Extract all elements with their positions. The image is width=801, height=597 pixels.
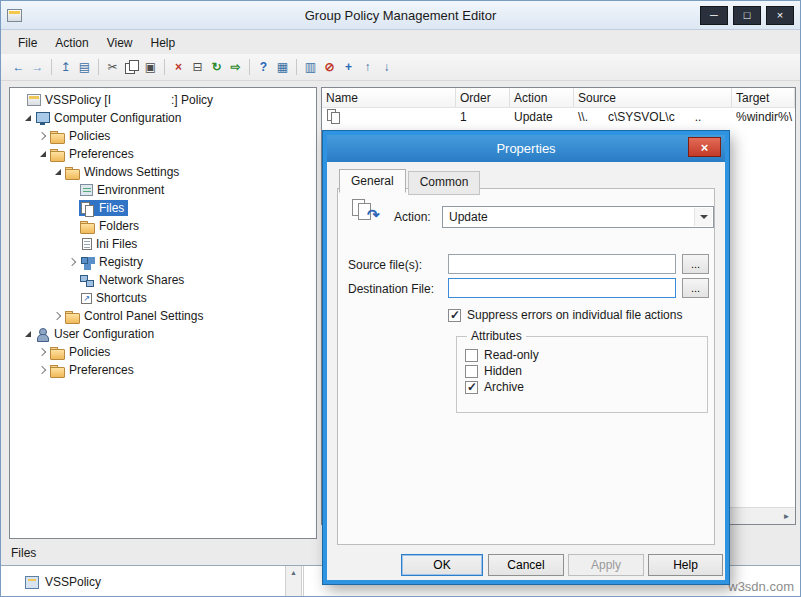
tree-item-label: Policies bbox=[69, 345, 110, 359]
list-view-icon[interactable]: ▦ bbox=[275, 58, 290, 76]
suppress-errors-checkbox[interactable] bbox=[448, 309, 461, 322]
tree-item-policies-user[interactable]: Policies bbox=[10, 343, 316, 361]
tree-item-vsspolicy-gpmc[interactable]: VSSPolicy bbox=[25, 575, 101, 589]
read-only-checkbox[interactable] bbox=[465, 349, 478, 362]
destination-file-input[interactable]: %windir%\system32\ bbox=[448, 278, 676, 298]
dialog-close-button[interactable]: × bbox=[688, 137, 721, 157]
column-header-name[interactable]: Name bbox=[322, 88, 456, 107]
suppress-errors-label: Suppress errors on individual file actio… bbox=[467, 308, 682, 322]
list-row-vshadow[interactable]: 1 Update \\. c\SYSVOL\c .. %windir%\ bbox=[322, 108, 795, 126]
archive-checkbox[interactable] bbox=[465, 381, 478, 394]
add-icon[interactable]: + bbox=[341, 58, 356, 76]
expander-closed-icon[interactable] bbox=[67, 256, 79, 268]
toolbar-separator bbox=[164, 59, 165, 75]
expander-open-icon[interactable] bbox=[37, 148, 49, 160]
tree-item-preferences-user[interactable]: Preferences bbox=[10, 361, 316, 379]
tab-common[interactable]: Common bbox=[408, 171, 481, 195]
tree-item-user-configuration[interactable]: User Configuration bbox=[10, 325, 316, 343]
destination-browse-button[interactable]: ... bbox=[682, 278, 709, 298]
tree-item-policies-computer[interactable]: Policies bbox=[10, 127, 316, 145]
tree-item-shortcuts[interactable]: Shortcuts bbox=[10, 289, 316, 307]
menu-action[interactable]: Action bbox=[46, 33, 97, 53]
expander-closed-icon[interactable] bbox=[52, 310, 64, 322]
gpo-icon bbox=[25, 576, 39, 589]
tree-item-control-panel-settings[interactable]: Control Panel Settings bbox=[10, 307, 316, 325]
folder-icon bbox=[50, 364, 65, 377]
tree-item-folders[interactable]: Folders bbox=[10, 217, 316, 235]
expander-open-icon[interactable] bbox=[22, 112, 34, 124]
group-policy-editor-window: Group Policy Management Editor ─ □ × Fil… bbox=[0, 0, 801, 597]
expander-open-icon[interactable] bbox=[52, 166, 64, 178]
expander-closed-icon[interactable] bbox=[37, 130, 49, 142]
column-header-order[interactable]: Order bbox=[456, 88, 510, 107]
export-list-icon[interactable]: ⇨ bbox=[228, 58, 243, 76]
expander-closed-icon[interactable] bbox=[37, 364, 49, 376]
cut-icon[interactable]: ✂ bbox=[105, 58, 120, 76]
properties-dialog: Properties × General Common ↷ Action: Up… bbox=[323, 131, 729, 584]
refresh-icon[interactable]: ↻ bbox=[209, 58, 224, 76]
tree-item-environment[interactable]: Environment bbox=[10, 181, 316, 199]
tree-item-vsspolicy-root[interactable]: VSSPolicy [I :] Policy bbox=[10, 91, 316, 109]
combo-dropdown-button[interactable] bbox=[694, 208, 712, 226]
move-up-icon[interactable]: ↑ bbox=[360, 58, 375, 76]
expander-spacer bbox=[67, 238, 79, 250]
close-button[interactable]: × bbox=[766, 6, 794, 25]
forward-icon[interactable]: → bbox=[30, 58, 45, 76]
action-label: Action: bbox=[394, 210, 431, 224]
up-one-level-icon[interactable]: ↥ bbox=[58, 58, 73, 76]
action-combobox[interactable]: Update bbox=[442, 206, 714, 228]
column-header-target[interactable]: Target bbox=[732, 88, 795, 107]
attribute-row: Hidden bbox=[465, 363, 699, 379]
apply-button[interactable]: Apply bbox=[568, 554, 644, 576]
paste-icon[interactable]: ▣ bbox=[143, 58, 158, 76]
print-icon[interactable]: ⊟ bbox=[190, 58, 205, 76]
column-header-source[interactable]: Source bbox=[574, 88, 732, 107]
tree-item-windows-settings[interactable]: Windows Settings bbox=[10, 163, 316, 181]
source-file-input[interactable]: c\SYSVOL\o c\scripts\vshadow.exe bbox=[448, 254, 676, 274]
tree-item-computer-configuration[interactable]: Computer Configuration bbox=[10, 109, 316, 127]
tree-item-label: Windows Settings bbox=[84, 165, 179, 179]
help-button[interactable]: Help bbox=[648, 554, 723, 576]
tree-item-preferences-computer[interactable]: Preferences bbox=[10, 145, 316, 163]
hidden-checkbox[interactable] bbox=[465, 365, 478, 378]
report-icon[interactable]: ▥ bbox=[303, 58, 318, 76]
minimize-button[interactable]: ─ bbox=[700, 6, 728, 25]
tree-item-label: Preferences bbox=[69, 147, 134, 161]
back-icon[interactable]: ← bbox=[11, 58, 26, 76]
show-console-tree-icon[interactable]: ▤ bbox=[77, 58, 92, 76]
scroll-right-button[interactable]: ► bbox=[778, 508, 795, 524]
menu-file[interactable]: File bbox=[9, 33, 46, 53]
tree-item-label: Network Shares bbox=[99, 273, 184, 287]
cell-target: %windir%\ bbox=[732, 110, 796, 124]
menu-help[interactable]: Help bbox=[142, 33, 185, 53]
tree-item-ini-files[interactable]: Ini Files bbox=[10, 235, 316, 253]
tree-item-label: Files bbox=[99, 201, 124, 215]
tree-item-label: Ini Files bbox=[96, 237, 137, 251]
stop-icon[interactable]: ⊘ bbox=[322, 58, 337, 76]
network-shares-icon bbox=[80, 274, 95, 287]
column-header-action[interactable]: Action bbox=[510, 88, 574, 107]
move-down-icon[interactable]: ↓ bbox=[379, 58, 394, 76]
copy-icon[interactable] bbox=[124, 58, 139, 76]
expander-spacer bbox=[67, 202, 79, 214]
folder-icon bbox=[50, 346, 65, 359]
source-browse-button[interactable]: ... bbox=[682, 254, 709, 274]
menu-view[interactable]: View bbox=[98, 33, 142, 53]
delete-icon[interactable]: × bbox=[171, 58, 186, 76]
cancel-button[interactable]: Cancel bbox=[488, 554, 564, 576]
expander-open-icon[interactable] bbox=[22, 328, 34, 340]
help-icon[interactable]: ? bbox=[256, 58, 271, 76]
tree-item-network-shares[interactable]: Network Shares bbox=[10, 271, 316, 289]
tree-item-registry[interactable]: Registry bbox=[10, 253, 316, 271]
tree-item-files[interactable]: Files bbox=[10, 199, 316, 217]
ok-button[interactable]: OK bbox=[401, 554, 483, 576]
scrollbar-fragment[interactable]: ▲ bbox=[285, 566, 302, 597]
toolbar-separator bbox=[51, 59, 52, 75]
folder-icon bbox=[50, 148, 65, 161]
maximize-button[interactable]: □ bbox=[733, 6, 761, 25]
tab-general[interactable]: General bbox=[339, 169, 406, 193]
expander-closed-icon[interactable] bbox=[37, 346, 49, 358]
expander-spacer bbox=[67, 220, 79, 232]
toolbar-separator bbox=[249, 59, 250, 75]
update-arrow-icon: ↷ bbox=[367, 206, 380, 224]
